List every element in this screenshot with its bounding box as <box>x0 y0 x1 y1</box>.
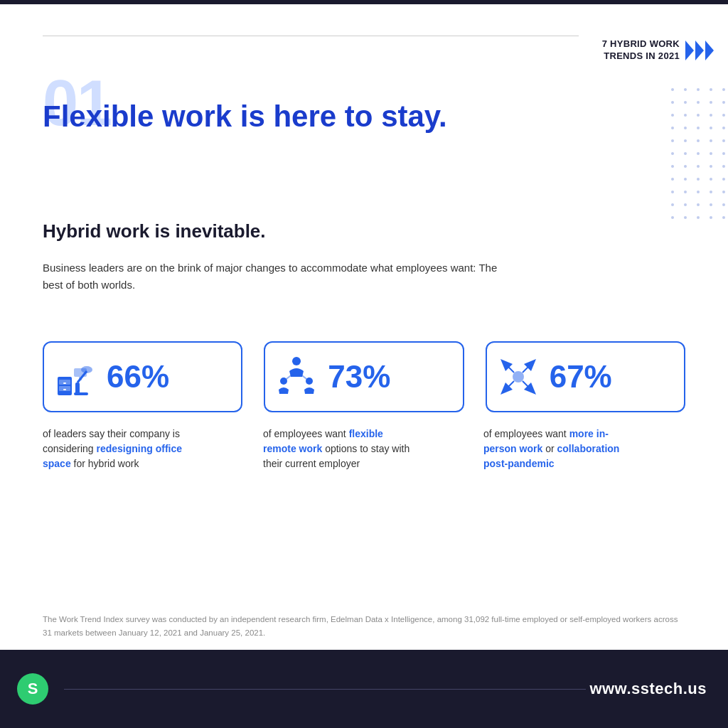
chevron-icon-2 <box>695 41 704 60</box>
footer-url: www.sstech.us <box>589 680 707 698</box>
stat-card-1: 66% <box>43 341 242 412</box>
svg-line-21 <box>507 365 514 373</box>
dot <box>697 139 700 142</box>
dot <box>722 203 725 206</box>
dot <box>722 139 725 142</box>
dot <box>697 114 700 117</box>
svg-rect-10 <box>79 377 82 380</box>
dot <box>697 88 700 91</box>
dot <box>722 88 725 91</box>
stat-description-2: of employees want flexible remote work o… <box>263 427 412 471</box>
highlight-2: flexible remote work <box>263 428 383 454</box>
dot <box>697 165 700 168</box>
stat-percent-1: 66% <box>107 361 169 392</box>
dot <box>722 216 725 219</box>
svg-point-11 <box>292 357 301 365</box>
dot <box>722 191 725 193</box>
dot <box>710 139 712 142</box>
dot <box>697 101 700 104</box>
footnote: The Work Trend Index survey was conducte… <box>43 613 685 639</box>
office-icon <box>54 355 97 398</box>
dot <box>710 88 712 91</box>
title-badge: 7 HYBRID WORK TRENDS IN 2021 <box>602 38 714 63</box>
stat-percent-2: 73% <box>328 361 390 392</box>
svg-rect-6 <box>74 392 88 395</box>
dot <box>722 114 725 117</box>
stat-percent-3: 67% <box>550 361 612 392</box>
highlight-1: redesigning office space <box>43 443 182 469</box>
svg-rect-4 <box>63 389 66 390</box>
dot <box>710 101 712 104</box>
dot <box>722 152 725 155</box>
stat-card-3: 67% <box>486 341 685 412</box>
svg-rect-3 <box>63 382 66 384</box>
dot <box>697 178 700 181</box>
dot <box>697 203 700 206</box>
dot <box>697 152 700 155</box>
dot <box>697 216 700 219</box>
dot <box>697 127 700 129</box>
dot <box>722 101 725 104</box>
dot <box>710 216 712 219</box>
stat-card-2: 73% <box>264 341 464 412</box>
dot <box>710 152 712 155</box>
dot <box>697 191 700 193</box>
footer-logo: S <box>17 673 48 705</box>
chevron-icon-3 <box>705 41 714 60</box>
dot <box>710 127 712 129</box>
stat-description-1: of leaders say their company is consider… <box>43 427 185 471</box>
dot <box>722 178 725 181</box>
dot <box>710 203 712 206</box>
description: Business leaders are on the brink of maj… <box>43 259 498 294</box>
svg-line-24 <box>523 381 530 388</box>
remote-icon <box>275 355 318 398</box>
svg-point-20 <box>513 371 524 382</box>
main-title: Flexible work is here to stay. <box>43 100 469 134</box>
stats-row: 66% 73% <box>43 341 685 412</box>
svg-rect-9 <box>74 368 87 377</box>
collab-icon <box>497 355 540 398</box>
dot <box>722 127 725 129</box>
dot <box>710 165 712 168</box>
dot <box>722 165 725 168</box>
svg-line-23 <box>507 381 514 388</box>
dot <box>710 191 712 193</box>
footer: S www.sstech.us <box>0 650 728 728</box>
svg-line-22 <box>523 365 530 373</box>
main-content: 01 Flexible work is here to stay. Hybrid… <box>43 71 685 643</box>
dot <box>710 114 712 117</box>
footer-divider <box>64 689 586 690</box>
dot <box>710 178 712 181</box>
subtitle: Hybrid work is inevitable. <box>43 220 266 242</box>
chevron-icons <box>685 41 714 60</box>
chevron-icon-1 <box>685 41 694 60</box>
stat-description-3: of employees want more in-person work or… <box>483 427 633 471</box>
header-title: 7 HYBRID WORK TRENDS IN 2021 <box>602 38 680 63</box>
